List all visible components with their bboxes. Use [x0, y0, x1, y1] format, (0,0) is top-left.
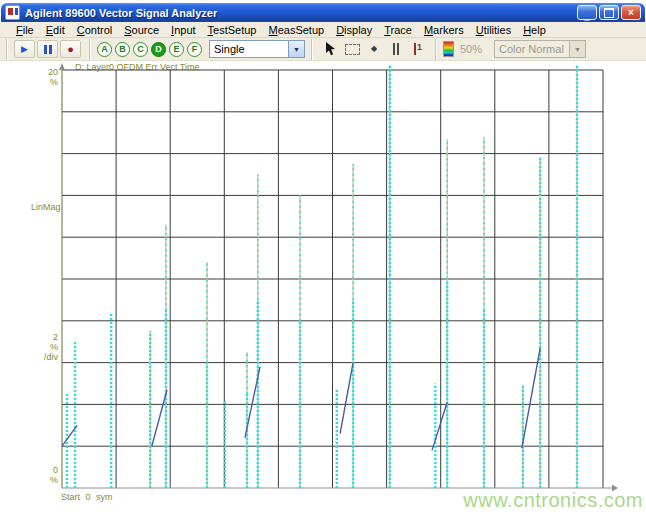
color-mode-value: Color Normal — [495, 43, 569, 55]
chart-canvas — [62, 70, 622, 494]
app-window: Agilent 89600 Vector Signal Analyzer _ ×… — [0, 0, 646, 523]
minimize-icon: _ — [584, 14, 590, 18]
chart-area: D: Layer0 OFDM Err Vect Time 20 % LinMag… — [0, 61, 646, 523]
close-icon: × — [628, 7, 634, 18]
y-per-div-unit: % — [34, 342, 58, 352]
play-icon: ▶ — [21, 45, 28, 54]
y-axis-min-unit: % — [34, 475, 58, 485]
record-icon: ● — [67, 44, 74, 55]
marker-tool-button[interactable]: ◆ — [363, 40, 385, 58]
trace-b-button[interactable]: B — [115, 42, 130, 57]
marker-one-button[interactable]: 1 — [407, 40, 429, 58]
band-markers-button[interactable] — [385, 40, 407, 58]
trace-d-button[interactable]: D — [151, 42, 166, 57]
pause-button[interactable] — [37, 40, 58, 58]
y-axis-max-label: 20 — [34, 67, 58, 77]
trace-a-button[interactable]: A — [97, 42, 112, 57]
diamond-marker-icon: ◆ — [371, 45, 377, 53]
marker-tools-group: ◆ 1 — [311, 39, 435, 60]
menu-display[interactable]: Display — [330, 23, 378, 37]
trace-group: A B C D E F Single ▼ — [89, 39, 311, 60]
menu-source[interactable]: Source — [118, 23, 165, 37]
colorbar-icon — [443, 41, 454, 57]
transport-group: ▶ ● — [6, 39, 89, 60]
titlebar: Agilent 89600 Vector Signal Analyzer _ × — [1, 3, 645, 22]
maximize-icon — [604, 8, 614, 18]
menu-markers[interactable]: Markers — [418, 23, 470, 37]
record-button[interactable]: ● — [60, 40, 81, 58]
color-mode-select[interactable]: Color Normal ▼ — [494, 40, 586, 58]
measurement-mode-value: Single — [210, 43, 288, 55]
menu-file[interactable]: File — [10, 23, 40, 37]
measurement-mode-select[interactable]: Single ▼ — [209, 40, 305, 58]
menu-trace[interactable]: Trace — [378, 23, 418, 37]
menubar: File Edit Control Source Input TestSetup… — [0, 22, 646, 38]
band-markers-icon — [393, 43, 399, 55]
pointer-tool-button[interactable] — [319, 40, 341, 58]
menu-testsetup[interactable]: TestSetup — [202, 23, 263, 37]
menu-edit[interactable]: Edit — [40, 23, 71, 37]
maximize-button[interactable] — [599, 5, 619, 20]
window-controls: _ × — [577, 5, 641, 20]
window-title: Agilent 89600 Vector Signal Analyzer — [25, 7, 577, 19]
y-axis-min-label: 0 — [34, 465, 58, 475]
menu-help[interactable]: Help — [517, 23, 552, 37]
color-group: 50% Color Normal ▼ — [435, 39, 592, 60]
menu-meassetup[interactable]: MeasSetup — [262, 23, 330, 37]
trace-e-button[interactable]: E — [169, 42, 184, 57]
marquee-icon — [345, 44, 360, 55]
menu-utilities[interactable]: Utilities — [470, 23, 517, 37]
trace-c-button[interactable]: C — [133, 42, 148, 57]
app-icon — [5, 5, 20, 20]
y-per-div-label: /div — [34, 352, 58, 362]
menu-input[interactable]: Input — [165, 23, 201, 37]
minimize-button[interactable]: _ — [577, 5, 597, 20]
close-button[interactable]: × — [621, 5, 641, 20]
zoom-level-value: 50% — [460, 43, 482, 55]
pointer-icon — [325, 42, 336, 56]
y-per-div-value: 2 — [34, 332, 58, 342]
zoom-select-tool-button[interactable] — [341, 40, 363, 58]
y-axis-scale-type-label: LinMag — [31, 202, 61, 212]
y-axis-max-unit: % — [34, 77, 58, 87]
chevron-down-icon: ▼ — [288, 41, 304, 57]
pause-icon — [44, 45, 52, 54]
watermark: www.cntronics.com — [463, 489, 643, 512]
play-button[interactable]: ▶ — [14, 40, 35, 58]
menu-control[interactable]: Control — [71, 23, 118, 37]
trace-f-button[interactable]: F — [187, 42, 202, 57]
chevron-down-icon: ▼ — [569, 41, 585, 57]
toolbar: ▶ ● A B C D E F Single ▼ ◆ 1 — [0, 38, 646, 61]
marker-one-icon: 1 — [414, 43, 422, 55]
